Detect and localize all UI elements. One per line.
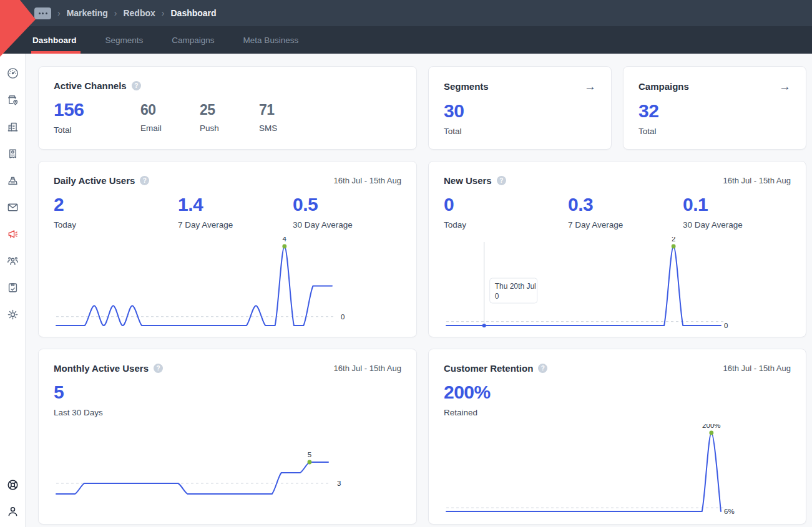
card-title: Segments [444,81,489,92]
monthly-active-users-chart[interactable]: 35 [54,424,403,518]
stat-push: 25 Push [200,99,259,135]
card-monthly-active-users: Monthly Active Users ? 16th Jul - 15th A… [38,349,417,525]
svg-text:2: 2 [672,237,675,243]
stat-7day-avg: 0.3 7 Day Average [568,194,683,230]
breadcrumb-redbox[interactable]: Redbox [123,8,155,18]
card-title: Daily Active Users [54,175,135,186]
stat-30day-avg: 0.5 30 Day Average [293,194,353,230]
top-navigation-bar: › Marketing › Redbox › Dashboard [0,0,812,26]
svg-text:4: 4 [283,237,287,243]
account-person-icon[interactable] [6,505,19,518]
stat-today: 2 Today [54,194,178,230]
stat-email: 60 Email [140,99,200,135]
card-title: Active Channels [54,80,127,91]
tab-bar: Dashboard Segments Campaigns Meta Busine… [0,26,812,54]
daily-active-users-chart[interactable]: 04 [54,237,403,331]
help-icon[interactable]: ? [497,176,506,185]
breadcrumb-dashboard[interactable]: Dashboard [170,8,216,18]
icon-sidebar [0,54,26,527]
svg-text:0: 0 [341,313,345,321]
chevron-right-icon: › [162,8,165,18]
email-envelope-icon[interactable] [6,201,19,214]
ellipsis-icon [39,12,41,14]
svg-text:6%: 6% [724,508,735,515]
card-title: Customer Retention [444,363,533,374]
help-icon[interactable]: ? [154,364,163,373]
pos-register-icon[interactable] [6,174,19,187]
stat-today: 0 Today [444,194,568,230]
date-range: 16th Jul - 15th Aug [334,176,401,185]
chevron-right-icon: › [114,8,117,18]
tab-meta-business[interactable]: Meta Business [243,26,299,54]
arrow-right-icon[interactable]: → [779,80,791,92]
card-title: Campaigns [638,81,689,92]
stat-30day-avg: 0.1 30 Day Average [683,194,743,230]
stat-last-30-days: 5 Last 30 Days [54,382,103,417]
svg-text:0: 0 [495,292,499,301]
date-range: 16th Jul - 15th Aug [723,364,791,373]
svg-text:5: 5 [308,451,311,458]
tab-campaigns[interactable]: Campaigns [172,26,214,54]
tasks-clipboard-icon[interactable] [6,281,19,294]
card-campaigns: Campaigns → 32 Total [623,66,806,150]
card-customer-retention: Customer Retention ? 16th Jul - 15th Aug… [428,349,806,525]
stat-retained: 200% Retained [444,382,491,417]
tab-segments[interactable]: Segments [105,26,144,54]
team-people-icon[interactable] [6,254,19,268]
stat-campaigns-total: 32 Total [638,100,658,136]
card-new-users: New Users ? 16th Jul - 15th Aug 0 Today … [428,161,806,337]
campaigns-megaphone-icon[interactable] [6,228,19,241]
company-buildings-icon[interactable] [6,120,19,133]
breadcrumb-ellipsis-button[interactable] [34,7,51,19]
chevron-right-icon: › [57,8,61,18]
ellipsis-icon [42,12,44,14]
card-title: New Users [444,175,492,186]
stat-segments-total: 30 Total [444,100,464,136]
settings-gear-icon[interactable] [6,308,19,321]
date-range: 16th Jul - 15th Aug [334,364,401,373]
card-title: Monthly Active Users [54,363,149,374]
help-icon[interactable]: ? [140,176,149,185]
card-active-channels: Active Channels ? 156 Total 60 Email 25 … [38,66,417,150]
stat-sms: 71 SMS [259,99,277,135]
help-icon[interactable]: ? [538,364,547,373]
date-range: 16th Jul - 15th Aug [723,176,791,185]
tab-dashboard[interactable]: Dashboard [32,26,77,54]
svg-text:0: 0 [724,322,728,329]
new-users-chart[interactable]: 20Thu 20th Jul0 [444,237,793,331]
stat-total: 156 Total [54,99,140,135]
svg-text:Thu 20th Jul: Thu 20th Jul [495,282,536,291]
stat-7day-avg: 1.4 7 Day Average [178,194,293,230]
card-daily-active-users: Daily Active Users ? 16th Jul - 15th Aug… [38,161,417,337]
store-icon[interactable] [6,94,19,107]
card-segments: Segments → 30 Total [428,66,612,150]
breadcrumb-marketing[interactable]: Marketing [67,8,108,18]
customer-retention-chart[interactable]: 200%6% [444,424,793,518]
billing-receipt-icon[interactable] [6,147,19,160]
dashboard-gauge-icon[interactable] [6,67,19,80]
help-icon[interactable]: ? [132,81,141,90]
arrow-right-icon[interactable]: → [584,80,596,92]
svg-text:200%: 200% [702,424,720,429]
dashboard-content: Active Channels ? 156 Total 60 Email 25 … [26,54,812,527]
ellipsis-icon [46,12,47,14]
help-lifering-icon[interactable] [6,478,19,491]
svg-text:3: 3 [337,480,341,487]
